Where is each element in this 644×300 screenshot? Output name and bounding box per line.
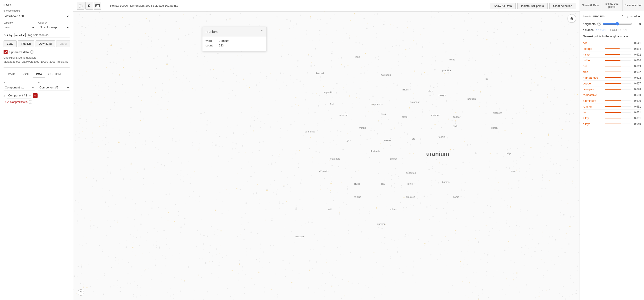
label-tool[interactable]: A xyxy=(94,2,101,10)
svg-point-566 xyxy=(312,222,313,223)
svg-point-2044 xyxy=(418,67,418,67)
publish-button[interactable]: Publish xyxy=(18,40,34,47)
selection-rect-tool[interactable] xyxy=(77,2,84,10)
svg-point-900 xyxy=(102,140,103,141)
svg-text:chlorine: chlorine xyxy=(431,114,440,116)
load-button[interactable]: Load xyxy=(4,40,17,47)
svg-point-807 xyxy=(318,105,320,107)
svg-point-1174 xyxy=(412,111,413,111)
nearest-word[interactable]: reactor xyxy=(583,105,603,108)
svg-point-740 xyxy=(102,250,103,250)
svg-point-1520 xyxy=(546,58,547,59)
svg-point-1610 xyxy=(335,57,335,57)
sphereize-help-icon[interactable]: ? xyxy=(30,50,34,54)
svg-point-2390 xyxy=(394,191,395,192)
label-button[interactable]: Label xyxy=(56,40,70,47)
svg-point-468 xyxy=(294,121,295,122)
x-axis-select[interactable]: Component #1 xyxy=(4,85,35,90)
nearest-word[interactable]: alloys xyxy=(583,122,603,126)
svg-point-1383 xyxy=(118,259,119,260)
tab-custom[interactable]: CUSTOM xyxy=(45,71,64,78)
edit-by-select[interactable]: word xyxy=(14,33,26,37)
svg-point-630 xyxy=(286,273,286,273)
svg-point-464 xyxy=(241,233,241,234)
home-button[interactable] xyxy=(568,14,576,23)
svg-text:nuclear: nuclear xyxy=(377,223,385,225)
nearest-word[interactable]: tin xyxy=(583,111,603,114)
svg-point-2172 xyxy=(117,222,118,222)
svg-point-2348 xyxy=(130,107,132,108)
pca-approx-help-icon[interactable]: ? xyxy=(29,100,32,104)
svg-point-1200 xyxy=(296,252,297,252)
search-input[interactable] xyxy=(592,14,624,19)
isolate-points-button[interactable]: Isolate 101 points xyxy=(517,3,548,9)
y-axis-select[interactable]: Component #2 xyxy=(38,85,70,90)
night-mode-tool[interactable] xyxy=(85,2,93,10)
nearest-word[interactable]: aluminium xyxy=(583,99,603,102)
download-button[interactable]: Download xyxy=(36,40,55,47)
svg-point-1098 xyxy=(77,220,78,222)
svg-point-210 xyxy=(322,273,323,274)
show-all-data-button[interactable]: Show All Data xyxy=(490,3,516,9)
svg-point-2134 xyxy=(479,60,479,60)
svg-point-512 xyxy=(413,36,413,36)
nearest-word[interactable]: zinc xyxy=(583,70,603,74)
tab-tsne[interactable]: T-SNE xyxy=(18,71,33,78)
nearest-word[interactable]: isotope xyxy=(583,47,603,50)
svg-point-1814 xyxy=(575,187,576,188)
svg-point-2003 xyxy=(373,26,374,27)
tab-umap[interactable]: UMAP xyxy=(4,71,18,78)
tensor-select[interactable]: Word2Vec 10K xyxy=(4,13,70,19)
help-float-button[interactable]: ? xyxy=(78,289,84,296)
nearest-word[interactable]: isotopes xyxy=(583,88,603,91)
svg-point-1650 xyxy=(300,15,301,16)
svg-point-380 xyxy=(243,239,245,240)
nearest-word[interactable]: nickel xyxy=(583,53,603,56)
nearest-word[interactable]: manganese xyxy=(583,76,603,79)
label-by-select[interactable]: word xyxy=(4,24,35,30)
show-all-data-rp-button[interactable]: Show All Data xyxy=(580,0,601,11)
scatter-plot[interactable]: ionsoxidethermalhydrogengraphitemagnetic… xyxy=(73,12,580,300)
svg-point-187 xyxy=(136,237,137,238)
svg-point-928 xyxy=(230,69,231,70)
nearest-score: 0.602 xyxy=(632,53,641,56)
svg-point-180 xyxy=(422,109,423,110)
z-axis-checkbox[interactable] xyxy=(33,93,38,98)
clear-selection-button[interactable]: Clear selection xyxy=(549,3,576,9)
svg-point-1830 xyxy=(108,271,108,272)
nearest-word[interactable]: ore xyxy=(583,64,603,68)
svg-point-849 xyxy=(257,288,258,289)
search-by-select[interactable]: word xyxy=(629,14,641,19)
popup-close-button[interactable]: ⌃ xyxy=(260,29,263,34)
svg-point-1545 xyxy=(426,157,427,158)
nearest-word[interactable]: alloy xyxy=(583,116,603,120)
clear-rp-button[interactable]: Clear selection xyxy=(623,0,644,11)
nearest-word[interactable]: radioactive xyxy=(583,93,603,97)
neighbors-help-icon[interactable]: ? xyxy=(597,22,601,26)
svg-point-697 xyxy=(347,74,348,75)
sphereize-checkbox[interactable] xyxy=(4,50,8,54)
svg-point-651 xyxy=(486,275,487,276)
isolate-rp-button[interactable]: Isolate 101 points xyxy=(601,0,623,11)
neighbors-slider[interactable] xyxy=(603,22,632,26)
nearest-word[interactable]: copper xyxy=(583,82,603,85)
svg-point-2258 xyxy=(384,132,385,133)
svg-point-590 xyxy=(539,12,539,12)
svg-point-1433 xyxy=(86,119,87,120)
svg-point-1140 xyxy=(464,257,464,258)
svg-point-149 xyxy=(387,249,388,250)
nearest-word[interactable]: oxide xyxy=(583,59,603,62)
svg-point-841 xyxy=(489,166,490,167)
z-axis-select[interactable]: Component #3 xyxy=(7,93,31,98)
svg-point-2120 xyxy=(479,171,480,172)
svg-point-755 xyxy=(447,254,448,254)
svg-point-1743 xyxy=(268,114,268,115)
cosine-distance-option[interactable]: COSINE xyxy=(596,28,607,32)
tab-pca[interactable]: PCA xyxy=(33,71,45,78)
svg-point-1231 xyxy=(464,20,465,21)
euclidean-distance-option[interactable]: EUCLIDEAN xyxy=(610,28,626,32)
color-by-select[interactable]: No color map xyxy=(38,24,70,30)
tag-selection-input[interactable] xyxy=(27,32,70,38)
svg-point-509 xyxy=(105,83,106,84)
nearest-word[interactable]: coal xyxy=(583,41,603,45)
